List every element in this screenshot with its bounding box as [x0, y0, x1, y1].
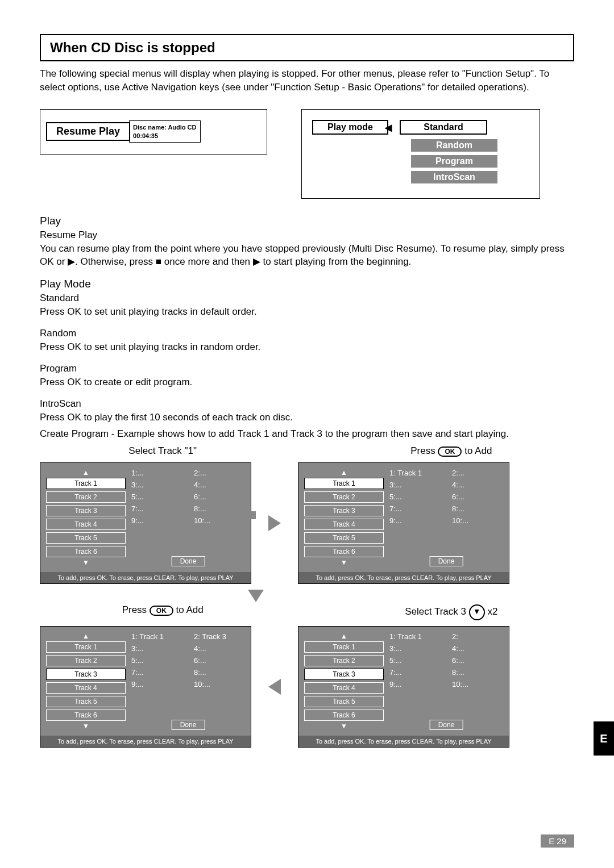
track-item: Track 4: [304, 682, 384, 694]
program-slot: 3:...: [389, 644, 441, 653]
program-panel-3: ▲ Track 1 Track 2 Track 3 Track 4 Track …: [298, 626, 509, 748]
track-item: Track 4: [46, 682, 126, 694]
step3b: x2: [487, 607, 497, 617]
program-heading: Program: [40, 363, 574, 374]
panel-row-2: ▲ Track 1 Track 2 Track 3 Track 4 Track …: [40, 626, 574, 748]
track-item: Track 5: [46, 532, 126, 544]
step-row-2: Press OK to Add Select Track 3 ▼ x2: [40, 604, 574, 620]
track-item: Track 3: [46, 505, 126, 516]
random-text: Press OK to set unit playing tracks in r…: [40, 340, 574, 354]
track-item: Track 6: [46, 710, 126, 721]
program-slot: 4:...: [452, 644, 503, 653]
program-slot: 8:...: [452, 504, 503, 513]
program-panel-2: ▲ Track 1 Track 2 Track 3 Track 4 Track …: [298, 462, 509, 584]
program-slot: 9:...: [389, 516, 441, 525]
program-slot: 5:...: [131, 656, 182, 665]
track-list: ▲ Track 1 Track 2 Track 3 Track 4 Track …: [46, 469, 126, 566]
program-slot: 2:: [452, 632, 503, 641]
playmode-heading: Play Mode: [40, 278, 574, 290]
section-title: When CD Disc is stopped: [40, 34, 574, 61]
panel-hint: To add, press OK. To erase, press CLEAR.…: [298, 572, 509, 583]
track-item: Track 6: [304, 546, 384, 557]
create-program-text: Create Program - Example shows how to ad…: [40, 427, 574, 441]
panel-hint: To add, press OK. To erase, press CLEAR.…: [298, 736, 509, 747]
done-button: Done: [430, 556, 463, 566]
play-heading: Play: [40, 215, 574, 227]
program-slot: 4:...: [194, 481, 245, 489]
down-button-icon: ▼: [469, 604, 485, 620]
track-item: Track 2: [46, 655, 126, 666]
program-slot: 3:...: [131, 644, 182, 653]
program-slot: 3:...: [131, 481, 182, 489]
play-mode-program: Program: [411, 155, 497, 168]
track-item: Track 5: [304, 532, 384, 544]
program-slots: 1:...2:...3:...4:...5:...6:...7:...8:...…: [131, 469, 245, 566]
introscan-text: Press OK to play the first 10 seconds of…: [40, 411, 574, 424]
track-item: Track 6: [46, 546, 126, 557]
ok-button-icon: OK: [150, 606, 173, 616]
program-slot: 10:...: [194, 680, 245, 688]
resume-play-label: Resume Play: [46, 122, 130, 141]
scroll-up-icon: ▲: [82, 469, 89, 476]
track-item: Track 4: [304, 519, 384, 530]
standard-text: Press OK to set unit playing tracks in d…: [40, 305, 574, 319]
play-mode-introscan: IntroScan: [411, 171, 497, 183]
program-panel-1: ▲ Track 1 Track 2 Track 3 Track 4 Track …: [40, 462, 251, 584]
option-standard: Standard: [424, 122, 463, 132]
program-slot: 7:...: [131, 668, 182, 677]
program-slot: 10:...: [452, 516, 503, 525]
introscan-heading: IntroScan: [40, 398, 574, 410]
play-mode-random: Random: [411, 139, 497, 152]
program-slot: 2:...: [452, 469, 503, 477]
program-slot: 5:...: [131, 493, 182, 501]
track-item: Track 2: [46, 491, 126, 503]
panel-row-1: ▲ Track 1 Track 2 Track 3 Track 4 Track …: [40, 462, 574, 584]
step3a: Select Track 3: [405, 607, 468, 617]
random-heading: Random: [40, 328, 574, 339]
disc-time: 00:04:35: [133, 132, 196, 140]
panel-hint: To add, press OK. To erase, press CLEAR.…: [40, 572, 251, 583]
scroll-down-icon: ▼: [82, 559, 89, 566]
left-arrow-icon: ◀: [385, 122, 392, 133]
arrow-right-icon: [268, 515, 281, 531]
panel-hint: To add, press OK. To erase, press CLEAR.…: [40, 736, 251, 747]
program-slot: 8:...: [194, 504, 245, 513]
done-button: Done: [172, 556, 205, 566]
track-list: ▲ Track 1 Track 2 Track 3 Track 4 Track …: [304, 469, 384, 566]
program-text: Press OK to create or edit program.: [40, 375, 574, 389]
step3-caption: Select Track 3 ▼ x2: [329, 604, 574, 620]
track-item: Track 3: [304, 669, 384, 680]
program-slot: 1: Track 1: [389, 469, 441, 477]
program-slot: 6:...: [452, 493, 503, 501]
program-slot: 7:...: [389, 668, 441, 677]
resume-play-info: Disc name: Audio CD 00:04:35: [129, 120, 200, 143]
program-slot: 6:...: [194, 656, 245, 665]
arrow-down-icon: [248, 590, 264, 602]
program-slot: 7:...: [131, 504, 182, 513]
standard-heading: Standard: [40, 293, 574, 304]
program-slot: 1: Track 1: [131, 632, 182, 641]
program-slots: 1: Track 12:...3:...4:...5:...6:...7:...…: [389, 469, 503, 566]
track-item: Track 5: [46, 696, 126, 707]
program-slot: 8:...: [452, 668, 503, 677]
done-button: Done: [430, 720, 463, 730]
program-slot: 9:...: [131, 516, 182, 525]
program-panel-4: ▲ Track 1 Track 2 Track 3 Track 4 Track …: [40, 626, 251, 748]
step2-caption: Press OK to Add: [329, 445, 574, 457]
program-slot: 6:...: [194, 493, 245, 501]
program-slot: 4:...: [194, 644, 245, 653]
program-slots: 1: Track 12: Track 33:...4:...5:...6:...…: [131, 632, 245, 730]
track-list: ▲ Track 1 Track 2 Track 3 Track 4 Track …: [46, 632, 126, 730]
ok-button-icon: OK: [438, 446, 462, 457]
track-list: ▲ Track 1 Track 2 Track 3 Track 4 Track …: [304, 632, 384, 730]
program-slot: 5:...: [389, 493, 441, 501]
side-tab: E: [594, 721, 614, 756]
program-slot: 9:...: [131, 680, 182, 688]
resume-heading: Resume Play: [40, 229, 574, 241]
track-item: Track 1: [46, 641, 126, 653]
program-slot: 2:...: [194, 469, 245, 477]
play-mode-box: Play mode ◀ Standard Random Program Intr…: [301, 109, 540, 199]
track-item: Track 3: [46, 669, 126, 680]
done-button: Done: [172, 720, 205, 730]
program-slot: 1: Track 1: [389, 632, 441, 641]
